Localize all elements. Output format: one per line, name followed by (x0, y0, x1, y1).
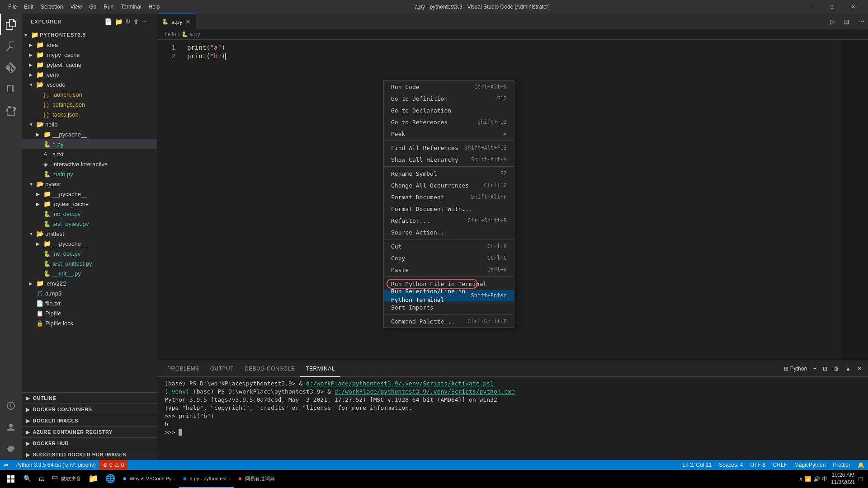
split-editor-icon[interactable]: ⊡ (840, 15, 854, 28)
ctx-command-palette[interactable]: Command Palette... Ctrl+Shift+P (384, 315, 514, 327)
list-item[interactable]: ▶ 📁 .pytest_cache (22, 60, 157, 70)
list-item[interactable]: ▶ { } settings.json (22, 99, 157, 109)
notification-icon[interactable]: □ (859, 475, 863, 483)
taskbar-youdao[interactable]: ● 网易有道词典 (234, 470, 278, 488)
ctx-change-all-occ[interactable]: Change All Occurrences Ctrl+F2 (384, 179, 514, 191)
activity-explorer[interactable] (0, 14, 22, 35)
taskbar-task-view[interactable]: 🗂 (35, 470, 48, 488)
activity-account[interactable] (0, 417, 22, 438)
ctx-go-to-def[interactable]: Go to Definition F12 (384, 93, 514, 104)
docker-hub-header[interactable]: ▶ DOCKER HUB (22, 438, 157, 449)
status-prettier[interactable]: Prettier (829, 460, 854, 470)
new-file-icon[interactable]: 📄 (104, 18, 113, 25)
ctx-show-call-hierarchy[interactable]: Show Call Hierarchy Shift+Alt+H (384, 154, 514, 165)
tray-up-icon[interactable]: ∧ (799, 476, 803, 482)
breadcrumb-apy[interactable]: 🐍 a.py (181, 31, 200, 38)
status-encoding[interactable]: UTF-8 (747, 460, 769, 470)
list-item[interactable]: ▶ 📁 .venv (22, 70, 157, 80)
activity-debug[interactable] (0, 79, 22, 100)
list-item[interactable]: ▶ 🐍 test_pytest.py (22, 219, 157, 229)
ctx-go-to-decl[interactable]: Go to Declaration (384, 104, 514, 116)
collapse-all-icon[interactable]: ⬆ (133, 18, 139, 25)
list-item[interactable]: ▶ A a.txt (22, 149, 157, 159)
docker-containers-header[interactable]: ▶ DOCKER CONTAINERS (22, 404, 157, 415)
status-spaces[interactable]: Spaces: 4 (715, 460, 746, 470)
tab-apy[interactable]: 🐍 a.py ✕ (157, 14, 196, 29)
ctx-refactor[interactable]: Refactor... Ctrl+Shift+R (384, 215, 514, 226)
list-item[interactable]: ▶ 🐍 inc_dec.py (22, 209, 157, 219)
list-item[interactable]: ▼ 📂 .vscode (22, 80, 157, 89)
ctx-cut[interactable]: Cut Ctrl+X (384, 240, 514, 252)
taskbar-chrome[interactable]: 🌐 (102, 470, 119, 488)
menu-edit[interactable]: Edit (20, 0, 37, 14)
panel-maximize-icon[interactable]: ▲ (844, 365, 853, 373)
list-item[interactable]: ▶ { } tasks.json (22, 109, 157, 119)
run-icon[interactable]: ▷ (826, 15, 839, 28)
list-item[interactable]: ▶ 🎵 a.mp3 (22, 288, 157, 298)
outline-header[interactable]: ▶ OUTLINE (22, 393, 157, 404)
list-item[interactable]: ▶ 📁 .env222 (22, 278, 157, 288)
network-icon[interactable]: 📶 (805, 476, 811, 482)
ctx-run-python-terminal[interactable]: Run Python File in Terminal (384, 278, 514, 290)
code-editor[interactable]: 1 2 print("a") print("b") Run Code Ctrl+… (157, 40, 868, 361)
terminal-content[interactable]: (base) PS D:\workPlace\pythontest3.9> & … (157, 377, 868, 460)
breadcrumb-hello[interactable]: hello (165, 31, 176, 38)
ctx-find-all-refs[interactable]: Find All References Shift+Alt+F12 (384, 142, 514, 154)
status-python[interactable]: Python 3.9.5 64-bit ('env': pipenv) (12, 460, 99, 470)
activity-extensions[interactable] (0, 100, 22, 122)
tab-debug-console[interactable]: DEBUG CONSOLE (239, 361, 300, 377)
list-item[interactable]: ▶ 🐍 test_unittest.py (22, 258, 157, 268)
list-item[interactable]: ▶ 📄 file.txt (22, 298, 157, 308)
menu-file[interactable]: File (5, 0, 20, 14)
taskbar-vscode-2[interactable]: ● a.py - pythontest... (179, 470, 234, 488)
list-item[interactable]: ▶ 🐍 __init__.py (22, 268, 157, 278)
ctx-run-code[interactable]: Run Code Ctrl+Alt+N (384, 81, 514, 93)
taskbar-vscode-1[interactable]: ● Why is VSCode Py... (119, 470, 179, 488)
ctx-rename-symbol[interactable]: Rename Symbol F2 (384, 168, 514, 179)
menu-selection[interactable]: Selection (37, 0, 66, 14)
list-item[interactable]: ▶ 📁 .pytest_cache (22, 199, 157, 209)
activity-git[interactable] (0, 57, 22, 79)
list-item[interactable]: ▶ 🔒 Pipfile.lock (22, 318, 157, 328)
list-item[interactable]: ▶ 📋 Pipfile (22, 308, 157, 318)
list-item[interactable]: ▼ 📂 unittest (22, 229, 157, 239)
ctx-run-selection-python[interactable]: Run Selection/Line in Python Terminal Sh… (384, 290, 514, 301)
status-language[interactable]: MagicPython (791, 460, 829, 470)
list-item[interactable]: ▶ 🐍 inc_dec.py (22, 249, 157, 258)
tab-close-icon[interactable]: ✕ (185, 18, 191, 25)
suggested-images-header[interactable]: ▶ SUGGESTED DOCKER HUB IMAGES (22, 449, 157, 460)
ctx-source-action[interactable]: Source Action... (384, 226, 514, 238)
list-item[interactable]: ▶ 🐍 main.py (22, 169, 157, 179)
ctx-peek[interactable]: Peek ▶ (384, 128, 514, 140)
tab-problems[interactable]: PROBLEMS (162, 361, 205, 377)
close-button[interactable]: ✕ (843, 0, 863, 14)
maximize-button[interactable]: □ (822, 0, 843, 14)
volume-icon[interactable]: 🔊 (813, 476, 820, 482)
taskbar-clock[interactable]: 10:26 AM 11/3/2021 (831, 472, 855, 486)
taskbar-ime[interactable]: 中 微软拼音 (48, 470, 85, 488)
list-item[interactable]: ▶ { } launch.json (22, 89, 157, 99)
ctx-format-doc-with[interactable]: Format Document With... (384, 203, 514, 215)
add-terminal-icon[interactable]: + (811, 365, 818, 373)
status-remote[interactable]: ⇌ (0, 460, 12, 470)
flag-icon[interactable]: 中 (822, 475, 827, 483)
list-item[interactable]: ▶ 📁 .mypy_cache (22, 50, 157, 60)
list-item[interactable]: ▶ 📁 __pycache__ (22, 129, 157, 139)
ctx-go-to-ref[interactable]: Go to References Shift+F12 (384, 116, 514, 128)
menu-help[interactable]: Help (145, 0, 164, 14)
list-item[interactable]: ▶ 📁 __pycache__ (22, 189, 157, 199)
taskbar-explorer[interactable]: 📁 (85, 470, 102, 488)
activity-settings[interactable] (0, 438, 22, 460)
taskbar-search[interactable]: 🔍 (20, 470, 35, 488)
ctx-format-doc[interactable]: Format Document Shift+Alt+F (384, 191, 514, 203)
list-item[interactable]: ▼ 📂 hello (22, 119, 157, 129)
list-item[interactable]: ▼ 📂 pytest (22, 179, 157, 189)
tab-terminal[interactable]: TERMINAL (300, 361, 340, 377)
azure-registry-header[interactable]: ▶ AZURE CONTAINER REGISTRY (22, 427, 157, 437)
panel-close-icon[interactable]: ✕ (855, 365, 863, 373)
trash-terminal-icon[interactable]: 🗑 (832, 365, 841, 373)
list-item[interactable]: ▶ 📁 __pycache__ (22, 239, 157, 249)
more-icon[interactable]: ⋯ (142, 18, 148, 25)
list-item[interactable]: ▶ 🐍 a.py (22, 139, 157, 149)
menu-view[interactable]: View (66, 0, 85, 14)
